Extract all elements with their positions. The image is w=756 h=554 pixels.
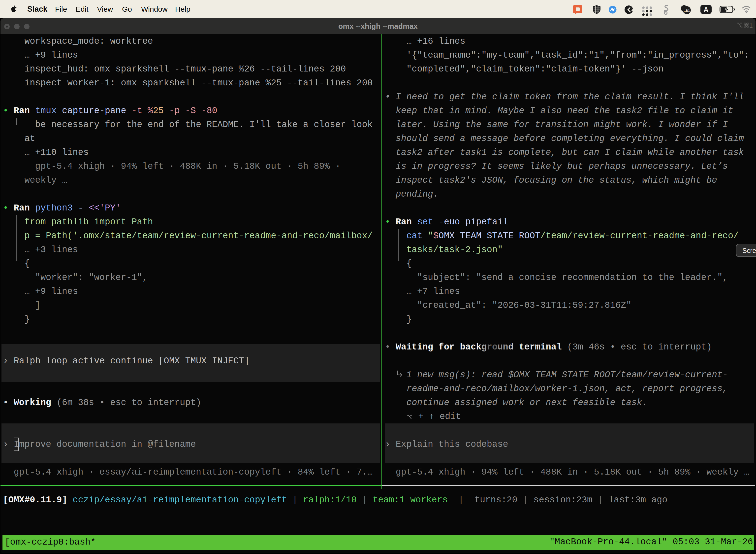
- svg-text:..61: ..61: [684, 8, 690, 13]
